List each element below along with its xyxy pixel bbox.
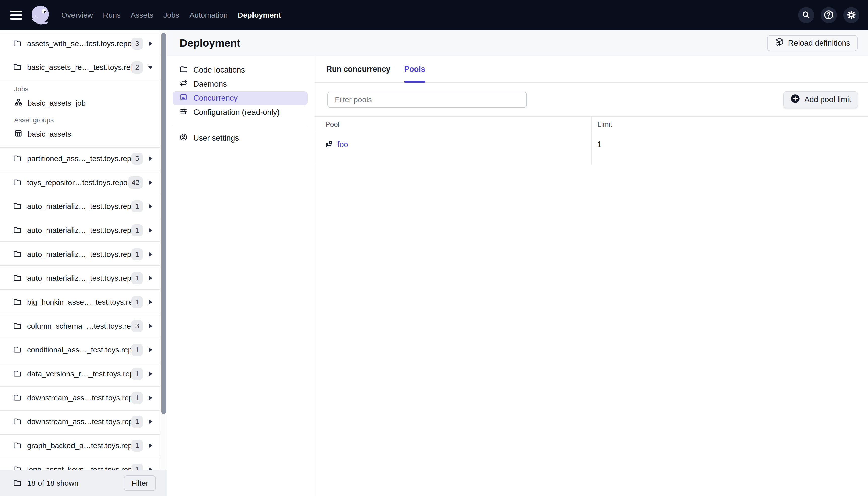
sidebar-scrollbar-track[interactable] bbox=[160, 30, 167, 470]
help-icon bbox=[824, 10, 834, 21]
repo-count-badge: 3 bbox=[131, 320, 143, 332]
leaf-label: basic_assets bbox=[28, 130, 71, 138]
settings-nav-item[interactable]: Concurrency bbox=[173, 91, 307, 105]
folder-icon bbox=[13, 417, 22, 427]
chevron-right-icon bbox=[148, 252, 152, 257]
top-nav-link[interactable]: Deployment bbox=[238, 11, 281, 19]
repo-row[interactable]: conditional_ass…_test.toys.repo 1 bbox=[0, 339, 160, 361]
page-title: Deployment bbox=[180, 37, 240, 49]
gear-icon bbox=[846, 10, 856, 21]
expand-chevron-button[interactable] bbox=[143, 271, 158, 285]
reload-definitions-button[interactable]: Reload definitions bbox=[767, 35, 858, 51]
repo-row[interactable]: data_versions_r…_test.toys.rep 1 bbox=[0, 362, 160, 385]
expand-chevron-button[interactable] bbox=[143, 223, 158, 238]
repo-row[interactable]: assets_with_se…test.toys.repo 3 bbox=[0, 32, 160, 55]
concurrency-tab[interactable]: Pools bbox=[404, 56, 425, 82]
sidebar-leaf-item[interactable]: basic_assets bbox=[14, 128, 160, 141]
user-settings-item[interactable]: User settings bbox=[173, 131, 307, 145]
expand-chevron-button[interactable] bbox=[143, 199, 158, 214]
repo-row[interactable]: auto_materializ…_test.toys.repo 1 bbox=[0, 243, 160, 266]
expand-chevron-button[interactable] bbox=[143, 415, 158, 429]
repo-label: toys_repositor…test.toys.repo bbox=[27, 178, 128, 187]
chevron-right-icon bbox=[148, 419, 152, 424]
daemons-icon bbox=[179, 79, 188, 89]
repo-row[interactable]: auto_materializ…_test.toys.repo 1 bbox=[0, 267, 160, 290]
repo-label: auto_materializ…_test.toys.repo bbox=[27, 202, 131, 211]
search-button[interactable] bbox=[798, 7, 814, 23]
repo-label: downstream_ass…test.toys.rep bbox=[27, 417, 131, 426]
repo-row[interactable]: downstream_ass…test.toys.rep 1 bbox=[0, 410, 160, 433]
repo-count-badge: 1 bbox=[131, 248, 143, 260]
pools-table: Pool Limit bbox=[315, 116, 868, 165]
folder-icon bbox=[13, 369, 22, 379]
pools-table-header: Pool Limit bbox=[315, 117, 868, 133]
repo-row[interactable]: column_schema_…test.toys.rep 3 bbox=[0, 315, 160, 337]
page-header: Deployment Reload definitions bbox=[167, 30, 868, 56]
top-nav-link[interactable]: Automation bbox=[189, 11, 227, 19]
expand-chevron-button[interactable] bbox=[143, 247, 158, 262]
repo-row[interactable]: downstream_ass…test.toys.rep 1 bbox=[0, 386, 160, 409]
pool-name-link[interactable]: foo bbox=[337, 140, 348, 149]
expand-chevron-button[interactable] bbox=[143, 438, 158, 453]
settings-nav-item-label: Daemons bbox=[193, 80, 227, 89]
repo-row[interactable]: auto_materializ…_test.toys.repo 1 bbox=[0, 219, 160, 242]
sidebar-leaf-item[interactable]: basic_assets_job bbox=[14, 97, 160, 110]
settings-nav-item[interactable]: Code locations bbox=[173, 63, 307, 77]
folder-icon bbox=[13, 177, 22, 188]
sidebar-section-label: Jobs bbox=[14, 86, 160, 93]
add-pool-limit-button[interactable]: Add pool limit bbox=[784, 91, 858, 108]
user-icon bbox=[179, 133, 188, 143]
concurrency-tab[interactable]: Run concurrency bbox=[326, 56, 391, 82]
top-nav-link[interactable]: Runs bbox=[103, 11, 121, 19]
pool-icon bbox=[325, 140, 333, 151]
expand-chevron-button[interactable] bbox=[143, 367, 158, 381]
pool-cell: foo bbox=[315, 133, 591, 165]
expand-chevron-button[interactable] bbox=[143, 36, 158, 51]
expand-chevron-button[interactable] bbox=[143, 151, 158, 166]
settings-button[interactable] bbox=[843, 7, 859, 23]
repo-row[interactable]: big_honkin_asse…_test.toys.rep 1 bbox=[0, 291, 160, 313]
repo-row[interactable]: long_asset_keys…test.toys.rep 1 bbox=[0, 458, 160, 470]
repo-count-badge: 2 bbox=[131, 61, 143, 74]
repo-row[interactable]: graph_backed_a…test.toys.repo 1 bbox=[0, 434, 160, 457]
dagster-logo-icon[interactable] bbox=[28, 3, 52, 27]
top-nav-link[interactable]: Assets bbox=[131, 11, 153, 19]
settings-nav-item[interactable]: Configuration (read-only) bbox=[173, 106, 307, 119]
filter-button[interactable]: Filter bbox=[124, 475, 156, 491]
sidebar-section-label: Asset groups bbox=[14, 116, 160, 124]
top-nav-link[interactable]: Overview bbox=[61, 11, 93, 19]
expand-chevron-button[interactable] bbox=[143, 462, 158, 470]
configuration-icon bbox=[179, 107, 188, 118]
expand-chevron-button[interactable] bbox=[143, 60, 158, 75]
top-nav-link[interactable]: Jobs bbox=[163, 11, 179, 19]
search-icon bbox=[802, 10, 810, 20]
expand-chevron-button[interactable] bbox=[143, 295, 158, 309]
settings-nav-item[interactable]: Daemons bbox=[173, 77, 307, 91]
settings-nav-item-label: Code locations bbox=[193, 65, 245, 75]
expand-chevron-button[interactable] bbox=[143, 175, 158, 190]
pool-table-row: foo 1 bbox=[315, 133, 868, 165]
concurrency-panel: Run concurrency Pools Add pool limit Poo… bbox=[315, 56, 868, 496]
repo-row[interactable]: basic_assets_re…_test.toys.rep 2 bbox=[0, 56, 160, 79]
expand-chevron-button[interactable] bbox=[143, 343, 158, 357]
repo-count-badge: 1 bbox=[131, 416, 143, 428]
folder-icon bbox=[13, 321, 22, 331]
chevron-right-icon bbox=[148, 443, 152, 448]
folder-icon bbox=[13, 393, 22, 403]
sidebar-scrollbar-thumb[interactable] bbox=[161, 33, 166, 414]
help-button[interactable] bbox=[821, 7, 837, 23]
sidebar-footer: 18 of 18 shown Filter bbox=[0, 470, 167, 496]
chevron-right-icon bbox=[148, 467, 152, 470]
repo-count-badge: 1 bbox=[131, 368, 143, 380]
repo-label: big_honkin_asse…_test.toys.rep bbox=[27, 298, 131, 306]
filter-pools-input[interactable] bbox=[327, 92, 527, 108]
expand-chevron-button[interactable] bbox=[143, 390, 158, 405]
folder-icon bbox=[13, 225, 22, 235]
repo-row[interactable]: toys_repositor…test.toys.repo 42 bbox=[0, 171, 160, 194]
repo-row[interactable]: auto_materializ…_test.toys.repo 1 bbox=[0, 195, 160, 218]
hamburger-menu-button[interactable] bbox=[10, 11, 22, 20]
folder-icon bbox=[179, 65, 188, 75]
repo-row[interactable]: partitioned_ass…_test.toys.rep 5 bbox=[0, 147, 160, 170]
sidebar-divider bbox=[0, 146, 160, 146]
expand-chevron-button[interactable] bbox=[143, 319, 158, 334]
